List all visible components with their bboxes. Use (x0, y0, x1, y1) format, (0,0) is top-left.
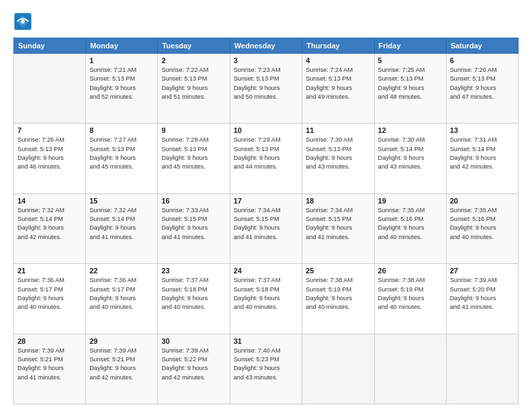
day-number: 21 (17, 267, 82, 275)
day-info: Sunrise: 7:40 AMSunset: 5:23 PMDaylight:… (234, 347, 299, 382)
day-cell: 27Sunrise: 7:39 AMSunset: 5:20 PMDayligh… (446, 264, 518, 334)
day-cell (374, 334, 446, 404)
day-info: Sunrise: 7:32 AMSunset: 5:14 PMDaylight:… (89, 206, 154, 242)
day-number: 29 (89, 337, 154, 345)
day-cell: 1Sunrise: 7:21 AMSunset: 5:13 PMDaylight… (86, 54, 158, 124)
day-cell: 5Sunrise: 7:25 AMSunset: 5:13 PMDaylight… (374, 54, 446, 124)
day-number: 12 (378, 126, 443, 134)
day-number: 8 (89, 126, 154, 134)
day-cell: 28Sunrise: 7:39 AMSunset: 5:21 PMDayligh… (14, 334, 86, 404)
day-cell: 8Sunrise: 7:27 AMSunset: 5:13 PMDaylight… (86, 124, 158, 193)
day-number: 13 (450, 126, 515, 134)
day-number: 10 (234, 126, 299, 134)
day-cell: 31Sunrise: 7:40 AMSunset: 5:23 PMDayligh… (230, 334, 302, 404)
day-cell (446, 334, 518, 404)
header-thursday: Thursday (302, 38, 374, 54)
week-row-3: 21Sunrise: 7:36 AMSunset: 5:17 PMDayligh… (14, 264, 519, 334)
day-info: Sunrise: 7:27 AMSunset: 5:13 PMDaylight:… (89, 136, 154, 171)
day-cell: 13Sunrise: 7:31 AMSunset: 5:14 PMDayligh… (446, 124, 518, 193)
day-info: Sunrise: 7:36 AMSunset: 5:17 PMDaylight:… (17, 276, 82, 312)
day-info: Sunrise: 7:38 AMSunset: 5:19 PMDaylight:… (378, 276, 443, 312)
day-info: Sunrise: 7:33 AMSunset: 5:15 PMDaylight:… (161, 206, 226, 242)
day-number: 11 (306, 126, 370, 134)
day-number: 2 (161, 56, 226, 64)
calendar-header-row: SundayMondayTuesdayWednesdayThursdayFrid… (14, 38, 519, 54)
logo (13, 12, 35, 31)
day-cell: 20Sunrise: 7:35 AMSunset: 5:16 PMDayligh… (446, 193, 518, 263)
day-number: 20 (450, 197, 515, 205)
day-cell: 30Sunrise: 7:39 AMSunset: 5:22 PMDayligh… (158, 334, 230, 404)
day-info: Sunrise: 7:39 AMSunset: 5:21 PMDaylight:… (17, 347, 82, 382)
day-cell: 25Sunrise: 7:38 AMSunset: 5:19 PMDayligh… (302, 264, 374, 334)
day-cell: 11Sunrise: 7:30 AMSunset: 5:13 PMDayligh… (302, 124, 374, 193)
day-cell: 10Sunrise: 7:29 AMSunset: 5:13 PMDayligh… (230, 124, 302, 193)
day-cell: 17Sunrise: 7:34 AMSunset: 5:15 PMDayligh… (230, 193, 302, 263)
day-cell: 12Sunrise: 7:30 AMSunset: 5:14 PMDayligh… (374, 124, 446, 193)
day-cell: 15Sunrise: 7:32 AMSunset: 5:14 PMDayligh… (86, 193, 158, 263)
day-cell (14, 54, 86, 124)
page: SundayMondayTuesdayWednesdayThursdayFrid… (0, 0, 532, 411)
week-row-4: 28Sunrise: 7:39 AMSunset: 5:21 PMDayligh… (14, 334, 519, 404)
day-info: Sunrise: 7:26 AMSunset: 5:13 PMDaylight:… (450, 66, 515, 101)
day-info: Sunrise: 7:38 AMSunset: 5:19 PMDaylight:… (306, 276, 370, 312)
day-info: Sunrise: 7:23 AMSunset: 5:13 PMDaylight:… (234, 66, 299, 101)
day-cell: 23Sunrise: 7:37 AMSunset: 5:18 PMDayligh… (158, 264, 230, 334)
day-info: Sunrise: 7:39 AMSunset: 5:22 PMDaylight:… (161, 347, 226, 382)
day-info: Sunrise: 7:31 AMSunset: 5:14 PMDaylight:… (450, 136, 515, 171)
day-info: Sunrise: 7:30 AMSunset: 5:14 PMDaylight:… (378, 136, 443, 171)
day-number: 9 (161, 126, 226, 134)
day-info: Sunrise: 7:32 AMSunset: 5:14 PMDaylight:… (17, 206, 82, 242)
header-saturday: Saturday (446, 38, 518, 54)
header (13, 12, 519, 31)
day-number: 19 (378, 197, 443, 205)
day-cell: 7Sunrise: 7:26 AMSunset: 5:13 PMDaylight… (14, 124, 86, 193)
day-info: Sunrise: 7:37 AMSunset: 5:18 PMDaylight:… (234, 276, 299, 312)
header-friday: Friday (374, 38, 446, 54)
day-number: 16 (161, 197, 226, 205)
day-info: Sunrise: 7:39 AMSunset: 5:21 PMDaylight:… (89, 347, 154, 382)
day-cell: 22Sunrise: 7:36 AMSunset: 5:17 PMDayligh… (86, 264, 158, 334)
day-info: Sunrise: 7:26 AMSunset: 5:13 PMDaylight:… (17, 136, 82, 171)
day-number: 22 (89, 267, 154, 275)
day-number: 27 (450, 267, 515, 275)
header-monday: Monday (86, 38, 158, 54)
week-row-1: 7Sunrise: 7:26 AMSunset: 5:13 PMDaylight… (14, 124, 519, 193)
day-number: 24 (234, 267, 299, 275)
day-number: 23 (161, 267, 226, 275)
day-number: 30 (161, 337, 226, 345)
logo-icon (13, 12, 32, 31)
day-info: Sunrise: 7:30 AMSunset: 5:13 PMDaylight:… (306, 136, 370, 171)
day-number: 3 (234, 56, 299, 64)
day-cell: 24Sunrise: 7:37 AMSunset: 5:18 PMDayligh… (230, 264, 302, 334)
day-cell: 26Sunrise: 7:38 AMSunset: 5:19 PMDayligh… (374, 264, 446, 334)
day-info: Sunrise: 7:35 AMSunset: 5:16 PMDaylight:… (450, 206, 515, 242)
day-cell: 16Sunrise: 7:33 AMSunset: 5:15 PMDayligh… (158, 193, 230, 263)
day-info: Sunrise: 7:25 AMSunset: 5:13 PMDaylight:… (378, 66, 443, 101)
day-cell: 19Sunrise: 7:35 AMSunset: 5:16 PMDayligh… (374, 193, 446, 263)
header-wednesday: Wednesday (230, 38, 302, 54)
day-cell: 14Sunrise: 7:32 AMSunset: 5:14 PMDayligh… (14, 193, 86, 263)
day-number: 6 (450, 56, 515, 64)
day-info: Sunrise: 7:34 AMSunset: 5:15 PMDaylight:… (306, 206, 370, 242)
day-number: 1 (89, 56, 154, 64)
day-number: 25 (306, 267, 370, 275)
day-cell: 6Sunrise: 7:26 AMSunset: 5:13 PMDaylight… (446, 54, 518, 124)
day-number: 18 (306, 197, 370, 205)
day-number: 28 (17, 337, 82, 345)
calendar: SundayMondayTuesdayWednesdayThursdayFrid… (13, 38, 519, 404)
day-cell: 21Sunrise: 7:36 AMSunset: 5:17 PMDayligh… (14, 264, 86, 334)
svg-point-2 (21, 19, 25, 24)
day-cell (302, 334, 374, 404)
day-number: 7 (17, 126, 82, 134)
header-tuesday: Tuesday (158, 38, 230, 54)
day-cell: 2Sunrise: 7:22 AMSunset: 5:13 PMDaylight… (158, 54, 230, 124)
day-info: Sunrise: 7:34 AMSunset: 5:15 PMDaylight:… (234, 206, 299, 242)
day-number: 5 (378, 56, 443, 64)
day-info: Sunrise: 7:37 AMSunset: 5:18 PMDaylight:… (161, 276, 226, 312)
day-cell: 9Sunrise: 7:28 AMSunset: 5:13 PMDaylight… (158, 124, 230, 193)
day-info: Sunrise: 7:21 AMSunset: 5:13 PMDaylight:… (89, 66, 154, 101)
day-cell: 29Sunrise: 7:39 AMSunset: 5:21 PMDayligh… (86, 334, 158, 404)
day-number: 15 (89, 197, 154, 205)
day-number: 26 (378, 267, 443, 275)
day-info: Sunrise: 7:29 AMSunset: 5:13 PMDaylight:… (234, 136, 299, 171)
